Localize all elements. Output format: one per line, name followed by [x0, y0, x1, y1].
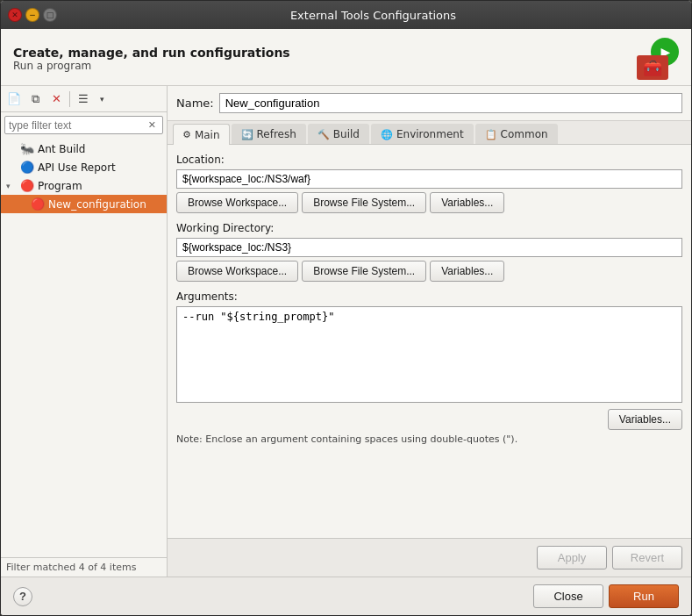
tree-item-label: Program	[38, 180, 82, 192]
common-tab-icon: 📋	[485, 129, 497, 140]
header-text: Create, manage, and run configurations R…	[13, 46, 290, 72]
left-panel: 📄 ⧉ ✕ ☰ ▾ ✕ 🐜 Ant Build	[1, 86, 168, 577]
window-footer: ? Close Run	[1, 577, 691, 615]
main-window: ✕ − □ External Tools Configurations Crea…	[0, 0, 692, 616]
tree-item-label: New_configuration	[48, 198, 146, 211]
tab-refresh-label: Refresh	[257, 128, 296, 140]
tab-refresh[interactable]: 🔄 Refresh	[232, 124, 306, 144]
browse-filesystem-2-button[interactable]: Browse File System...	[302, 261, 426, 282]
env-tab-icon: 🌐	[381, 129, 393, 140]
run-icon-composite	[637, 38, 679, 80]
variables-1-button[interactable]: Variables...	[430, 192, 504, 213]
header-title: Create, manage, and run configurations	[13, 46, 290, 60]
left-footer: Filter matched 4 of 4 items	[1, 557, 167, 577]
main-content: Location: Browse Workspace... Browse Fil…	[168, 145, 691, 538]
right-panel: Name: ⚙ Main 🔄 Refresh 🔨 Build 🌐	[168, 86, 691, 577]
working-dir-group: Working Directory: Browse Workspace... B…	[176, 222, 682, 282]
search-clear-button[interactable]: ✕	[146, 118, 159, 132]
toolbox-icon	[637, 55, 668, 80]
filter-button[interactable]: ☰	[74, 90, 93, 109]
working-dir-input[interactable]	[176, 238, 682, 257]
window-controls: ✕ − □	[8, 8, 57, 22]
tab-environment-label: Environment	[396, 128, 464, 140]
tab-common-label: Common	[501, 128, 548, 140]
header-subtitle: Run a program	[13, 60, 290, 72]
name-row: Name:	[168, 86, 691, 121]
close-button[interactable]: Close	[533, 584, 603, 608]
location-group: Location: Browse Workspace... Browse Fil…	[176, 154, 682, 213]
apply-revert-row: Apply Revert	[168, 538, 691, 577]
minimize-window-button[interactable]: −	[25, 8, 39, 22]
header-section: Create, manage, and run configurations R…	[1, 29, 691, 86]
copy-config-button[interactable]: ⧉	[25, 90, 45, 109]
tab-environment[interactable]: 🌐 Environment	[371, 124, 474, 144]
left-toolbar: 📄 ⧉ ✕ ☰ ▾	[1, 86, 167, 112]
browse-workspace-2-button[interactable]: Browse Workspace...	[176, 261, 298, 282]
footer-buttons: Close Run	[533, 584, 679, 608]
build-tab-icon: 🔨	[317, 129, 330, 140]
expand-icon: ▾	[6, 182, 17, 190]
search-input[interactable]	[9, 119, 146, 132]
tree-item-ant-build[interactable]: 🐜 Ant Build	[1, 140, 167, 158]
arguments-btn-row: Variables...	[176, 409, 682, 430]
tree-item-api-report[interactable]: 🔵 API Use Report	[1, 158, 167, 176]
browse-workspace-1-button[interactable]: Browse Workspace...	[176, 192, 298, 213]
arguments-textarea[interactable]	[176, 306, 682, 403]
tab-main[interactable]: ⚙ Main	[173, 124, 230, 145]
location-input[interactable]	[176, 169, 682, 189]
window-title: External Tools Configurations	[62, 9, 684, 22]
name-input[interactable]	[219, 93, 682, 113]
name-label: Name:	[176, 97, 214, 110]
tree-item-label: Ant Build	[38, 143, 85, 155]
arguments-group: Arguments: Variables... Note: Enclose an…	[176, 290, 682, 445]
filter-match-text: Filter matched 4 of 4 items	[6, 562, 136, 573]
api-icon: 🔵	[20, 161, 34, 174]
search-box: ✕	[4, 116, 163, 134]
location-btn-row: Browse Workspace... Browse File System..…	[176, 192, 682, 213]
run-button[interactable]: Run	[609, 584, 679, 608]
main-tab-icon: ⚙	[182, 129, 191, 140]
close-window-button[interactable]: ✕	[8, 8, 22, 22]
ant-build-icon: 🐜	[20, 142, 34, 155]
tabs-row: ⚙ Main 🔄 Refresh 🔨 Build 🌐 Environment 📋	[168, 121, 691, 145]
tab-main-label: Main	[195, 129, 220, 141]
arguments-note: Note: Enclose an argument containing spa…	[176, 433, 682, 445]
tab-build-label: Build	[333, 128, 360, 140]
tree-area: 🐜 Ant Build 🔵 API Use Report ▾ 🔴 Program…	[1, 138, 167, 557]
title-bar: ✕ − □ External Tools Configurations	[1, 1, 691, 29]
maximize-window-button[interactable]: □	[43, 8, 57, 22]
config-icon: 🔴	[31, 197, 45, 211]
toolbar-separator	[69, 91, 70, 107]
tree-item-label: API Use Report	[38, 161, 116, 174]
help-button[interactable]: ?	[13, 587, 32, 606]
working-dir-btn-row: Browse Workspace... Browse File System..…	[176, 261, 682, 282]
apply-button[interactable]: Apply	[537, 546, 607, 569]
tab-common[interactable]: 📋 Common	[475, 124, 558, 144]
tab-build[interactable]: 🔨 Build	[308, 124, 369, 144]
browse-filesystem-1-button[interactable]: Browse File System...	[302, 192, 426, 213]
working-dir-label: Working Directory:	[176, 222, 682, 234]
tree-item-program[interactable]: ▾ 🔴 Program	[1, 176, 167, 195]
refresh-tab-icon: 🔄	[241, 129, 253, 140]
revert-button[interactable]: Revert	[612, 546, 682, 569]
delete-config-button[interactable]: ✕	[46, 90, 66, 109]
location-label: Location:	[176, 154, 682, 166]
variables-2-button[interactable]: Variables...	[430, 261, 504, 282]
tree-item-new-config[interactable]: 🔴 New_configuration	[1, 195, 167, 213]
variables-3-button[interactable]: Variables...	[608, 409, 682, 430]
filter-dropdown-button[interactable]: ▾	[95, 90, 109, 109]
main-body: 📄 ⧉ ✕ ☰ ▾ ✕ 🐜 Ant Build	[1, 86, 691, 577]
new-config-button[interactable]: 📄	[4, 90, 24, 109]
program-icon: 🔴	[20, 179, 34, 192]
arguments-label: Arguments:	[176, 290, 682, 303]
